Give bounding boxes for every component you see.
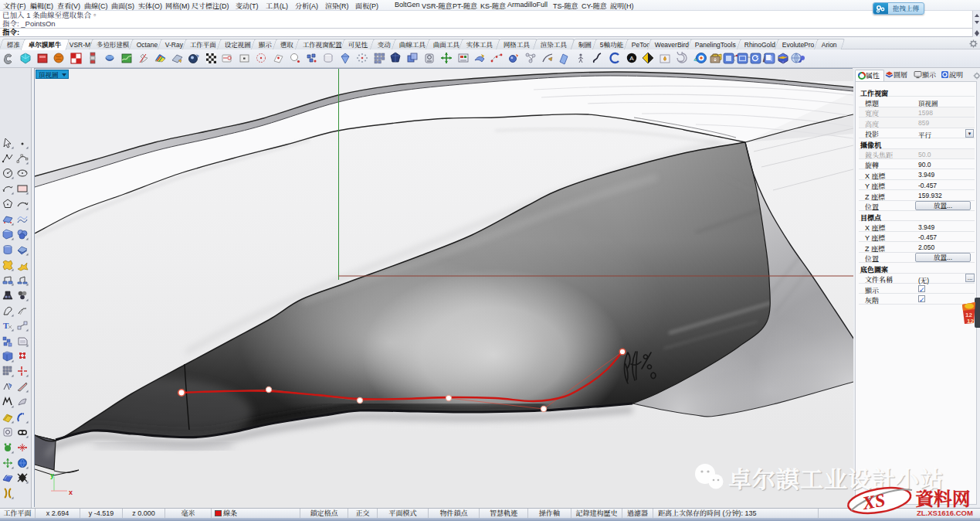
svg-text:x: x bbox=[69, 489, 73, 496]
svg-text:12: 12 bbox=[967, 318, 974, 325]
svg-text:A: A bbox=[629, 55, 634, 62]
svg-text:T: T bbox=[3, 321, 9, 330]
svg-text:ZL.XS1616.COM: ZL.XS1616.COM bbox=[917, 509, 973, 517]
svg-text:XS: XS bbox=[860, 489, 887, 513]
svg-text:資料网: 資料网 bbox=[915, 489, 971, 509]
svg-text:y: y bbox=[50, 472, 54, 479]
